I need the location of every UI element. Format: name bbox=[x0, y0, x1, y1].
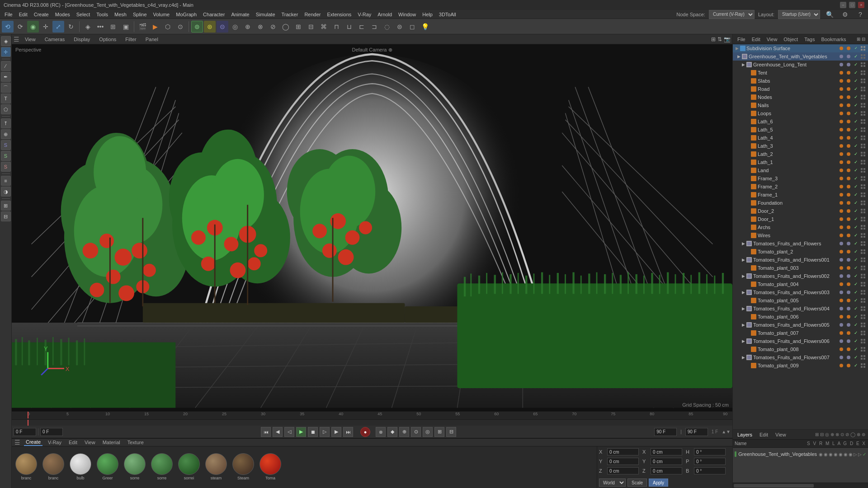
item-grid[interactable] bbox=[860, 232, 866, 239]
render-settings-button[interactable]: 🎬 bbox=[137, 21, 148, 33]
points-mode-button[interactable]: ••• bbox=[94, 21, 106, 33]
object-item-tomatoes-fruits-and-flowers007[interactable]: ▶ Tomatoes_Fruits_and_Flowers007 ✓ bbox=[733, 353, 868, 361]
item-vis1[interactable] bbox=[838, 322, 844, 328]
plugin7-button[interactable]: ⊘ bbox=[267, 21, 279, 33]
item-vis2[interactable] bbox=[845, 330, 852, 336]
left-tool-clone[interactable]: S bbox=[1, 151, 11, 161]
object-item-tomatoes-fruits-and-flowers[interactable]: ▶ Tomatoes_Fruits_and_Flowers ✓ bbox=[733, 239, 868, 248]
item-vis2[interactable] bbox=[845, 183, 852, 190]
item-arrow[interactable]: ▶ bbox=[742, 339, 746, 343]
timeline-tool3[interactable]: ◎ bbox=[423, 427, 433, 437]
item-vis1[interactable] bbox=[838, 354, 844, 361]
object-item-tomatoes-fruits-and-flowers006[interactable]: ▶ Tomatoes_Fruits_and_Flowers006 ✓ bbox=[733, 337, 868, 345]
tab-create[interactable]: Create bbox=[24, 439, 42, 446]
viewport-tab-view[interactable]: View bbox=[21, 36, 39, 42]
layer-greenhouse[interactable]: Greenhouse_Tent_with_Vegetables ◉ ◉ ◉ ◉ … bbox=[735, 450, 866, 459]
item-check[interactable]: ✓ bbox=[853, 322, 859, 328]
item-check[interactable]: ✓ bbox=[853, 143, 859, 149]
object-item-tomatoes-fruits-and-flowers002[interactable]: ▶ Tomatoes_Fruits_and_Flowers002 ✓ bbox=[733, 272, 868, 280]
item-grid[interactable] bbox=[860, 208, 866, 214]
item-vis1[interactable] bbox=[838, 127, 844, 133]
item-vis2[interactable] bbox=[845, 257, 852, 263]
item-grid[interactable] bbox=[860, 200, 866, 206]
plugin12-button[interactable]: ⊓ bbox=[330, 21, 342, 33]
layer-ctrl9[interactable]: ▷ bbox=[858, 452, 862, 457]
object-item-tomato-plant-004[interactable]: ▶ Tomato_plant_004 ✓ bbox=[733, 280, 868, 288]
item-check[interactable]: ✓ bbox=[853, 257, 859, 263]
item-arrow[interactable]: ▶ bbox=[742, 306, 746, 311]
item-vis1[interactable] bbox=[838, 273, 844, 279]
menu-render[interactable]: Render bbox=[302, 11, 323, 18]
item-vis2[interactable] bbox=[845, 135, 852, 141]
next-step-button[interactable]: ▷ bbox=[320, 427, 330, 437]
object-item-lath-1[interactable]: ▶ Lath_1 ✓ bbox=[733, 158, 868, 166]
object-item-archs[interactable]: ▶ Archs ✓ bbox=[733, 223, 868, 231]
item-grid[interactable] bbox=[860, 362, 866, 369]
item-check[interactable]: ✓ bbox=[853, 362, 859, 369]
object-item-lath-2[interactable]: ▶ Lath_2 ✓ bbox=[733, 150, 868, 158]
tab-edit[interactable]: Edit bbox=[67, 439, 79, 446]
layers-icon1[interactable]: ⊞ bbox=[815, 432, 819, 437]
maximize-button[interactable]: □ bbox=[849, 2, 855, 8]
tab-file[interactable]: File bbox=[736, 36, 747, 42]
material-swatch-sorre2[interactable]: sorre bbox=[149, 453, 175, 482]
object-item-foundation[interactable]: ▶ Foundation ✓ bbox=[733, 199, 868, 207]
menu-create[interactable]: Create bbox=[31, 11, 52, 18]
y-pos-input[interactable] bbox=[607, 458, 639, 465]
viewport-tab-filter[interactable]: Filter bbox=[122, 36, 140, 42]
item-vis2[interactable] bbox=[845, 322, 852, 328]
item-check[interactable]: ✓ bbox=[853, 232, 859, 239]
left-tool-instance[interactable]: S bbox=[1, 162, 11, 172]
item-grid[interactable] bbox=[860, 159, 866, 165]
tab-bookmarks[interactable]: Bookmarks bbox=[819, 36, 848, 42]
item-arrow[interactable]: ▶ bbox=[742, 290, 746, 295]
layout-select[interactable]: Startup (User) bbox=[778, 10, 820, 19]
z-size-input[interactable] bbox=[651, 467, 682, 474]
item-vis1[interactable] bbox=[838, 346, 844, 352]
redo-button[interactable]: ⟳ bbox=[14, 21, 26, 33]
item-grid[interactable] bbox=[860, 167, 866, 174]
layers-scrollbar[interactable] bbox=[733, 483, 868, 488]
item-vis1[interactable] bbox=[838, 208, 844, 214]
item-vis2[interactable] bbox=[845, 216, 852, 222]
item-check[interactable]: ✓ bbox=[853, 305, 859, 312]
material-swatch-bulb[interactable]: bulb bbox=[68, 453, 93, 482]
item-vis1[interactable] bbox=[838, 265, 844, 271]
item-vis2[interactable] bbox=[845, 314, 852, 320]
item-grid[interactable] bbox=[860, 354, 866, 361]
item-vis2[interactable] bbox=[845, 232, 852, 239]
item-check[interactable]: ✓ bbox=[853, 192, 859, 198]
obj-grid-btn[interactable] bbox=[860, 45, 866, 52]
item-vis1[interactable] bbox=[838, 167, 844, 174]
apply-button[interactable]: Apply bbox=[649, 479, 668, 487]
item-vis1[interactable] bbox=[838, 330, 844, 336]
viewport-sync-icon[interactable]: ⇅ bbox=[717, 36, 722, 42]
item-vis1[interactable] bbox=[838, 232, 844, 239]
tab-view[interactable]: View bbox=[83, 439, 97, 446]
object-item-greenhouse-long-tent[interactable]: ▶ Greenhouse_Long_Tent ✓ bbox=[733, 61, 868, 69]
layers-icon4[interactable]: ⊕ bbox=[830, 432, 834, 437]
item-vis2[interactable] bbox=[845, 53, 852, 60]
item-vis2[interactable] bbox=[845, 354, 852, 361]
plugin13-button[interactable]: ⊔ bbox=[343, 21, 355, 33]
layers-icon3[interactable]: ◎ bbox=[825, 432, 829, 437]
item-vis1[interactable] bbox=[838, 200, 844, 206]
item-check[interactable]: ✓ bbox=[853, 240, 859, 247]
item-check[interactable]: ✓ bbox=[853, 61, 859, 68]
object-item-nails[interactable]: ▶ Nails ✓ bbox=[733, 101, 868, 109]
item-vis1[interactable] bbox=[838, 289, 844, 296]
layer-ctrl6[interactable]: ◉ bbox=[844, 452, 848, 457]
left-tool-text[interactable]: T bbox=[1, 94, 11, 103]
tab-tags[interactable]: Tags bbox=[802, 36, 816, 42]
undo-button[interactable]: ⟲ bbox=[2, 21, 14, 33]
item-arrow[interactable]: ▶ bbox=[742, 62, 746, 67]
item-check[interactable]: ✓ bbox=[853, 127, 859, 133]
layers-tab-view[interactable]: View bbox=[774, 432, 788, 438]
item-vis2[interactable] bbox=[845, 297, 852, 304]
item-check[interactable]: ✓ bbox=[853, 297, 859, 304]
timeline-tool2[interactable]: ⊙ bbox=[411, 427, 421, 437]
stop-button[interactable]: ⏹ bbox=[308, 427, 318, 437]
item-vis2[interactable] bbox=[845, 118, 852, 125]
viewport-tab-options[interactable]: Options bbox=[95, 36, 120, 42]
item-check[interactable]: ✓ bbox=[853, 265, 859, 271]
